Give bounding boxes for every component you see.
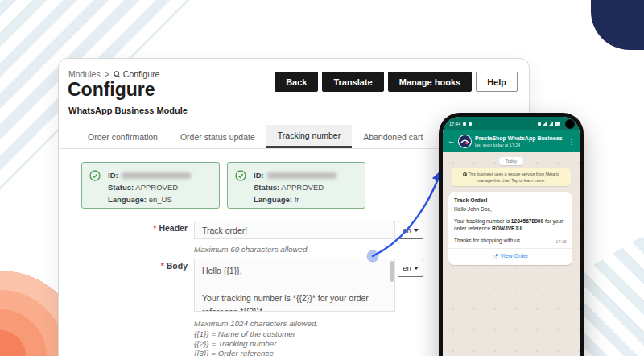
placeholder-legend-2: {{2}} = Tracking number <box>194 339 276 348</box>
back-button[interactable]: Back <box>275 72 318 92</box>
placeholder-legend-3: {{3}} = Order reference <box>194 349 274 356</box>
screenshot-icon <box>538 122 541 126</box>
chat-contact-info[interactable]: PrestaShop WhatsApp Business last seen t… <box>475 135 563 147</box>
phone-mockup: 17:44 ← <box>439 113 584 356</box>
toolbar: Back Translate Manage hooks Help <box>275 72 518 92</box>
required-asterisk: * <box>161 261 164 271</box>
template-status-text: ID: Status: APPROVED Language: en_US <box>108 169 191 201</box>
status-value: APPROVED <box>135 183 178 192</box>
message-timestamp: 17:15 <box>556 238 568 245</box>
message-closing: Thanks for shopping with us. <box>454 237 522 245</box>
chat-body: Today This business uses a secure servic… <box>443 152 580 356</box>
tab-order-status-update[interactable]: Order status update <box>169 125 266 148</box>
template-status-card-fr: ID: Status: APPROVED Language: fr <box>227 162 365 209</box>
template-status-cards: ID: Status: APPROVED Language: en_US ID:… <box>81 162 365 209</box>
check-circle-icon <box>89 170 101 181</box>
breadcrumb-modules[interactable]: Modules <box>68 69 101 79</box>
wifi-icon <box>543 122 547 126</box>
check-circle-icon <box>235 170 246 181</box>
page-subtitle: WhatsApp Business Module <box>68 106 188 115</box>
body-field-label: *Body <box>68 261 188 271</box>
body-language-dropdown[interactable]: en <box>398 259 423 277</box>
language-value: en_US <box>149 195 172 204</box>
blurred-id-value <box>267 172 336 179</box>
manage-hooks-button[interactable]: Manage hooks <box>388 72 472 92</box>
date-chip: Today <box>499 157 523 165</box>
kebab-menu-icon[interactable]: ⋮ <box>568 138 576 146</box>
view-order-button[interactable]: View Order <box>454 249 567 263</box>
message-body: Your tracking number is 12345678900 for … <box>454 217 567 234</box>
message-greeting: Hello John Doe, <box>454 205 567 213</box>
breadcrumb: Modules > Configure <box>68 69 159 79</box>
tab-abandoned-cart[interactable]: Abandoned cart <box>352 125 434 148</box>
help-button[interactable]: Help <box>476 72 518 92</box>
chevron-down-icon <box>414 267 419 270</box>
tab-tracking-number[interactable]: Tracking number <box>266 125 352 148</box>
tab-order-confirmation[interactable]: Order confirmation <box>76 125 169 148</box>
breadcrumb-separator: > <box>105 69 109 79</box>
language-value: fr <box>295 195 299 204</box>
chat-last-seen: last seen today at 17:24 <box>475 143 563 148</box>
blurred-id-value <box>122 172 191 179</box>
whatsapp-chat-header: ← PrestaShop WhatsApp Business last seen… <box>443 130 580 152</box>
phone-status-bar: 17:44 <box>443 117 580 130</box>
language-label: Language: <box>254 195 292 204</box>
decor-navy-corner <box>591 0 644 50</box>
status-bar-time: 17:44 <box>449 122 460 126</box>
placeholder-legend-1: {{1}} = Name of the customer <box>194 329 295 338</box>
page-title: Configure <box>68 79 155 101</box>
header-input[interactable]: Track order! <box>194 221 395 239</box>
status-label: Status: <box>254 183 279 192</box>
header-field-label: *Header <box>68 223 188 233</box>
back-arrow-icon[interactable]: ← <box>448 138 455 145</box>
screenshot-canvas: Modules > Configure Configure WhatsApp B… <box>0 0 644 356</box>
status-value: APPROVED <box>281 183 324 192</box>
message-title: Track Order! <box>454 197 567 205</box>
tracking-number-value: 12345678900 <box>511 218 543 224</box>
id-label: ID: <box>254 171 264 180</box>
external-link-icon <box>493 254 498 259</box>
avatar[interactable] <box>458 135 472 148</box>
breadcrumb-configure-label: Configure <box>123 69 160 79</box>
notification-icon <box>469 122 472 126</box>
phone-screen: 17:44 ← <box>443 117 580 356</box>
chat-contact-name: PrestaShop WhatsApp Business <box>475 135 563 143</box>
translate-button[interactable]: Translate <box>322 72 383 92</box>
template-status-card-en: ID: Status: APPROVED Language: en_US <box>81 162 220 209</box>
body-textarea[interactable]: Hello {{1}}, Your tracking number is *{{… <box>194 259 395 312</box>
order-reference-value: ROWJVFJUL <box>492 226 525 231</box>
required-asterisk: * <box>153 223 156 233</box>
language-label: Language: <box>108 195 147 204</box>
chevron-down-icon <box>414 229 419 232</box>
id-label: ID: <box>108 171 118 180</box>
header-language-dropdown[interactable]: en <box>398 221 423 239</box>
whatsapp-message-bubble: Track Order! Hello John Doe, Your tracki… <box>448 192 572 265</box>
textarea-scrollbar[interactable] <box>390 261 394 282</box>
signal-icon <box>549 122 553 126</box>
status-label: Status: <box>108 183 134 192</box>
template-status-text: ID: Status: APPROVED Language: fr <box>254 169 336 201</box>
search-icon <box>114 71 121 78</box>
camera-icon <box>565 119 575 129</box>
breadcrumb-current: Configure <box>114 69 160 79</box>
battery-icon <box>555 122 560 126</box>
meta-secure-notice[interactable]: This business uses a secure service from… <box>452 168 571 186</box>
body-helper-text: Maximum 1024 characters allowed. <box>194 319 318 328</box>
notification-icon <box>463 122 466 126</box>
status-icons <box>538 122 561 126</box>
lock-icon <box>463 172 467 176</box>
header-helper-text: Maximum 60 characters allowed. <box>194 245 309 254</box>
prestashop-logo-icon <box>459 135 471 147</box>
